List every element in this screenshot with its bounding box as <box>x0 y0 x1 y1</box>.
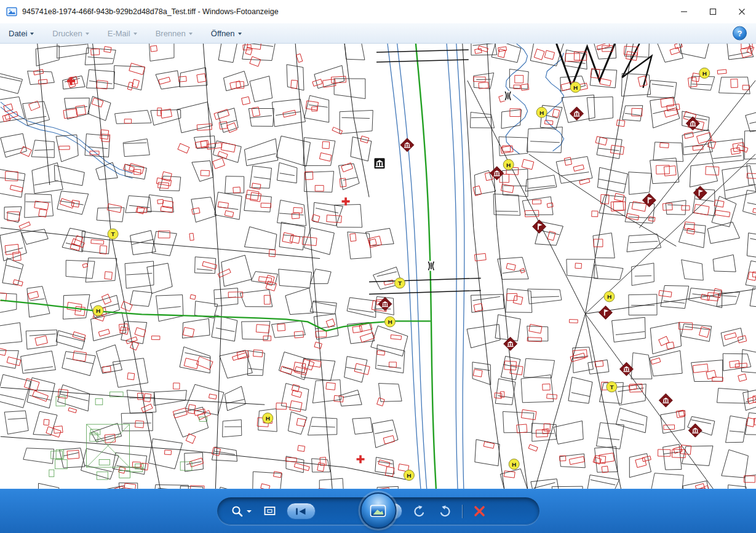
maximize-button[interactable] <box>698 0 727 23</box>
help-button[interactable]: ? <box>733 26 747 41</box>
bus-stop-marker: H <box>699 68 710 78</box>
previous-icon <box>294 508 308 515</box>
window-controls <box>669 0 756 23</box>
flag-poi-marker <box>693 186 707 200</box>
garden-outlines <box>49 392 207 480</box>
lock-icon <box>503 91 513 101</box>
svg-text:T: T <box>610 384 613 390</box>
museum-poi-marker <box>688 424 702 437</box>
bus-stop-marker: H <box>263 413 273 424</box>
parcel-outlines <box>0 44 756 489</box>
museum-poi-marker <box>400 138 414 152</box>
museum-poi-marker <box>659 393 672 407</box>
zoom-button[interactable] <box>229 503 253 519</box>
toolbar-pill <box>217 497 539 525</box>
svg-text:H: H <box>512 461 516 468</box>
tram-stop-marker: T <box>108 229 118 239</box>
flag-poi-marker <box>599 306 612 319</box>
menu-item-oeffnen[interactable]: Öffnen <box>211 29 242 38</box>
svg-text:H: H <box>96 307 100 314</box>
bus-stop-marker: H <box>384 317 395 327</box>
help-icon: ? <box>738 29 742 38</box>
svg-text:T: T <box>111 231 115 237</box>
chevron-down-icon <box>189 33 193 35</box>
bottom-toolbar <box>0 489 756 533</box>
museum-poi-marker <box>504 337 517 350</box>
map-image: HHHHHHHHHHTTT <box>0 44 756 489</box>
svg-text:H: H <box>539 109 544 116</box>
first-aid-icon <box>357 456 365 464</box>
window-title: 945741e8-1974-466f-943b-929b2d48d78a_Tes… <box>22 7 279 16</box>
lock-icon <box>426 261 436 271</box>
first-aid-icon <box>342 197 350 205</box>
toolbar-divider <box>462 505 463 518</box>
titlebar: 945741e8-1974-466f-943b-929b2d48d78a_Tes… <box>0 0 756 23</box>
bus-stop-marker: H <box>404 470 414 481</box>
chevron-down-icon <box>247 510 252 513</box>
svg-text:T: T <box>398 280 402 286</box>
magnifier-icon <box>231 505 244 518</box>
museum-poi-marker <box>570 107 584 120</box>
svg-text:H: H <box>506 162 511 168</box>
flag-poi-marker <box>642 194 656 207</box>
svg-text:H: H <box>702 70 707 77</box>
close-icon <box>738 8 746 15</box>
bus-stop-marker: H <box>503 159 514 170</box>
rotate-cw-icon <box>438 505 452 518</box>
app-icon <box>6 6 18 18</box>
previous-button[interactable] <box>287 503 316 519</box>
map-markers: HHHHHHHHHHTTT <box>67 68 710 480</box>
image-viewport: HHHHHHHHHHTTT <box>0 44 756 489</box>
chevron-down-icon <box>133 33 137 35</box>
menu-item-datei[interactable]: Datei <box>9 29 34 38</box>
svg-text:H: H <box>607 293 611 300</box>
fit-to-window-button[interactable] <box>262 504 277 518</box>
bus-stop-marker: H <box>570 82 581 92</box>
slideshow-icon <box>370 504 387 518</box>
close-button[interactable] <box>727 0 756 23</box>
svg-text:H: H <box>407 472 411 479</box>
photo-viewer-window: 945741e8-1974-466f-943b-929b2d48d78a_Tes… <box>0 0 756 533</box>
tram-stop-marker: T <box>607 382 617 392</box>
menu-item-brennen[interactable]: Brennen <box>156 29 193 38</box>
minimize-button[interactable] <box>669 0 698 23</box>
svg-text:H: H <box>266 415 270 422</box>
tram-stop-marker: T <box>394 278 405 288</box>
museum-icon <box>375 158 385 168</box>
menu-item-label: Öffnen <box>211 29 235 38</box>
museum-poi-marker <box>686 117 699 130</box>
bus-stop-marker: H <box>536 107 547 117</box>
museum-poi-marker <box>619 362 633 376</box>
chevron-down-icon <box>30 33 34 35</box>
svg-text:H: H <box>388 318 392 325</box>
menubar: Datei Drucken E-Mail Brennen Öffnen ? <box>0 23 756 44</box>
bus-stop-marker: H <box>509 459 519 470</box>
menu-item-label: Datei <box>9 29 27 38</box>
menu-item-label: Drucken <box>52 29 82 38</box>
maximize-icon <box>709 8 717 15</box>
chevron-down-icon <box>238 33 242 35</box>
rotate-ccw-icon <box>413 505 426 518</box>
delete-x-icon <box>473 505 486 518</box>
bus-stop-marker: H <box>93 306 103 316</box>
delete-button[interactable] <box>472 503 487 519</box>
building-outlines <box>0 44 756 489</box>
svg-text:H: H <box>573 84 578 91</box>
bus-stop-marker: H <box>604 291 615 302</box>
menu-item-label: Brennen <box>156 29 186 38</box>
museum-poi-marker <box>490 167 504 180</box>
slideshow-button[interactable] <box>360 492 396 529</box>
menu-item-drucken[interactable]: Drucken <box>52 29 89 38</box>
rotate-clockwise-button[interactable] <box>437 503 453 519</box>
fit-icon <box>263 505 276 517</box>
rotate-counterclockwise-button[interactable] <box>412 503 428 519</box>
menu-item-label: E-Mail <box>108 29 130 38</box>
minimize-icon <box>680 8 688 15</box>
chevron-down-icon <box>86 33 89 35</box>
menu-item-email[interactable]: E-Mail <box>108 29 137 38</box>
